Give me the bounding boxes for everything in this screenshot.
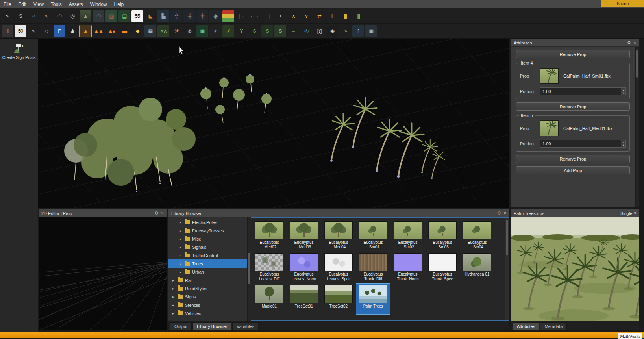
road-surface-tool-icon[interactable]: ▨ xyxy=(105,10,117,22)
scrollbar-thumb[interactable] xyxy=(248,253,250,284)
tree-item-stencils[interactable]: ▸ Stencils xyxy=(168,301,247,309)
marking-curve-tool-icon[interactable]: ∿ xyxy=(28,25,39,37)
vegetation-zap-tool-icon[interactable]: ⚡ xyxy=(222,25,234,37)
lane-swap-tool-icon[interactable]: ⇄ xyxy=(313,10,325,22)
expand-arrow-icon[interactable]: ▸ xyxy=(180,270,185,274)
tree-item-signals[interactable]: ▸ Signals xyxy=(168,243,247,251)
expand-arrow-icon[interactable]: ▸ xyxy=(172,303,178,307)
menu-view[interactable]: View xyxy=(30,0,47,9)
gear-icon[interactable]: ⚙ xyxy=(627,41,631,45)
asset-treeset01[interactable]: TreeSet01 xyxy=(287,284,321,314)
menu-file[interactable]: File xyxy=(0,0,15,9)
lane-marking-triple-tool-icon[interactable]: |∥ xyxy=(352,10,364,22)
tree-item-urban[interactable]: ▸ Urban xyxy=(168,268,247,276)
building-blocks-tool-icon[interactable]: ▙ xyxy=(157,10,169,22)
lane-add-tool-icon[interactable]: |→ xyxy=(235,10,247,22)
close-icon[interactable]: × xyxy=(504,211,506,215)
intersection-tool-icon[interactable]: ╬ xyxy=(170,10,182,22)
tree-item-rail[interactable]: ▸ Rail xyxy=(168,276,247,284)
asset-eucalyptus-med04[interactable]: Eucalyptus _Med04 xyxy=(322,220,355,250)
portion-input[interactable]: 1.00 ▴ ▾ xyxy=(540,140,626,148)
asset-eucalyptus-sm01[interactable]: Eucalyptus _Sm01 xyxy=(356,220,390,250)
tree-item-misc[interactable]: ▸ Misc xyxy=(168,235,247,243)
spinner-arrows[interactable]: ▴ ▾ xyxy=(621,140,625,147)
barricade-tool-icon[interactable]: ▬ xyxy=(118,25,130,37)
spline-road-tool-icon[interactable]: ∿ xyxy=(41,10,52,22)
lighting-tool-icon[interactable]: ◐ xyxy=(209,25,221,37)
anchor-tool-icon[interactable]: ⚓ xyxy=(183,25,195,37)
asset-eucalyptus-sm04[interactable]: Eucalyptus _Sm04 xyxy=(460,220,494,250)
spinner-down-icon[interactable]: ▾ xyxy=(623,91,624,94)
crosswalk-pedestrian-tool-icon[interactable]: ♟ xyxy=(67,25,78,37)
tab-metadata[interactable]: Metadata xyxy=(540,322,567,330)
expand-arrow-icon[interactable]: ▸ xyxy=(172,278,178,282)
tab-attributes[interactable]: Attributes xyxy=(513,322,539,330)
gear-icon[interactable]: ⚙ xyxy=(497,211,501,215)
tree-item-trees[interactable]: ▸ Trees xyxy=(168,259,247,268)
tree-scrollbar[interactable] xyxy=(247,217,251,321)
portion-input[interactable]: 1.00 ▴ ▾ xyxy=(540,87,626,95)
spinner-up-icon[interactable]: ▴ xyxy=(623,89,624,91)
lane-boundary-tool-icon[interactable]: ‖ xyxy=(326,10,338,22)
building-tool-icon[interactable]: ▦ xyxy=(144,25,156,37)
tree-item-electricpoles[interactable]: ▸ ElectricPoles xyxy=(168,218,247,226)
branch-split-tool-icon[interactable]: Y xyxy=(235,25,247,37)
lane-merge-tool-icon[interactable]: ⋎ xyxy=(300,10,312,22)
traffic-signal-tool-icon[interactable] xyxy=(222,10,234,22)
road-style-tool-icon[interactable]: ‖ xyxy=(2,25,13,37)
terrain-tool-icon[interactable]: ∧∧ xyxy=(157,25,169,37)
asset-eucalyptus-trunk-diff[interactable]: Eucalyptus Trunk_Diff xyxy=(356,252,390,282)
surface-layer-tool-icon[interactable]: S xyxy=(248,25,260,37)
scrollbar-thumb[interactable] xyxy=(506,220,508,255)
road-visibility-tool-icon[interactable]: ∿ xyxy=(339,25,351,37)
close-icon[interactable]: × xyxy=(161,211,164,215)
signpost-50-tool-icon[interactable]: 50 xyxy=(15,25,26,37)
intersection-paint-tool-icon[interactable]: ╪ xyxy=(196,10,208,22)
scene-export-tool-icon[interactable]: ⇑ xyxy=(352,25,364,37)
expand-arrow-icon[interactable]: ▸ xyxy=(180,220,185,224)
tree-item-signs[interactable]: ▸ Signs xyxy=(168,293,247,301)
asset-eucalyptus-trunk-spec[interactable]: Eucalyptus Trunk_Spec xyxy=(426,252,459,282)
bridge-tool-icon[interactable]: ◠ xyxy=(93,10,104,22)
tab-output[interactable]: Output xyxy=(170,322,192,330)
cone-row-tool-icon[interactable]: ▲▲ xyxy=(93,25,104,37)
3d-scene-viewport[interactable] xyxy=(38,39,509,208)
lane-marking-double-tool-icon[interactable]: ∥| xyxy=(339,10,351,22)
menu-edit[interactable]: Edit xyxy=(15,0,30,9)
traffic-cone-tool-icon[interactable]: ▲ xyxy=(80,25,91,37)
expand-arrow-icon[interactable]: ▸ xyxy=(180,229,185,233)
parking-tool-icon[interactable]: P xyxy=(54,25,65,37)
asset-treeset02[interactable]: TreeSet02 xyxy=(322,284,355,314)
expand-arrow-icon[interactable]: ▸ xyxy=(172,311,178,315)
asset-preview-viewport[interactable] xyxy=(511,217,639,321)
crosswalk-surface-tool-icon[interactable]: ▤ xyxy=(118,10,130,22)
asset-eucalyptus-leaves-norm[interactable]: Eucalyptus Leaves_Norm xyxy=(287,252,321,282)
lane-end-tool-icon[interactable]: →| xyxy=(261,10,273,22)
lane-width-tool-icon[interactable]: ←→ xyxy=(248,10,260,22)
scrollbar-thumb[interactable] xyxy=(636,50,638,78)
asset-eucalyptus-med02[interactable]: Eucalyptus _Med02 xyxy=(252,220,286,250)
remove-prop-button[interactable]: Remove Prop xyxy=(516,102,630,111)
surface-flatten-tool-icon[interactable]: S xyxy=(274,25,286,37)
surface-stack-tool-icon[interactable]: S xyxy=(261,25,273,37)
expand-arrow-icon[interactable]: ▸ xyxy=(172,295,178,299)
tab-library-browser[interactable]: Library Browser xyxy=(192,322,231,330)
repair-tools-icon[interactable]: ⚒ xyxy=(170,25,182,37)
expand-arrow-icon[interactable]: ▸ xyxy=(172,287,178,291)
warning-sign-tool-icon[interactable]: ◆ xyxy=(131,25,143,37)
expand-arrow-icon[interactable]: ▸ xyxy=(180,254,185,257)
gear-icon[interactable]: ⚙ xyxy=(155,211,159,215)
lane-handle-tool-icon[interactable]: + xyxy=(274,10,286,22)
highway-road-tool-icon[interactable]: ▲ xyxy=(80,10,91,22)
2d-editor-viewport[interactable] xyxy=(39,217,167,330)
polygon-marking-tool-icon[interactable]: ◇ xyxy=(41,25,52,37)
attributes-scrollbar[interactable] xyxy=(635,47,639,207)
asset-eucalyptus-leaves-diff[interactable]: Eucalyptus Leaves_Diff xyxy=(252,252,286,282)
circle-road-tool-icon[interactable]: ○ xyxy=(28,10,39,22)
location-pin-tool-icon[interactable]: ◎ xyxy=(300,25,312,37)
menu-tools[interactable]: Tools xyxy=(47,0,65,9)
camera-tool-icon[interactable]: ◉ xyxy=(326,25,338,37)
curve-s-tool-icon[interactable]: S xyxy=(15,10,26,22)
tab-variables[interactable]: Variables xyxy=(232,322,259,330)
scene-tab[interactable]: Scene xyxy=(601,0,644,7)
